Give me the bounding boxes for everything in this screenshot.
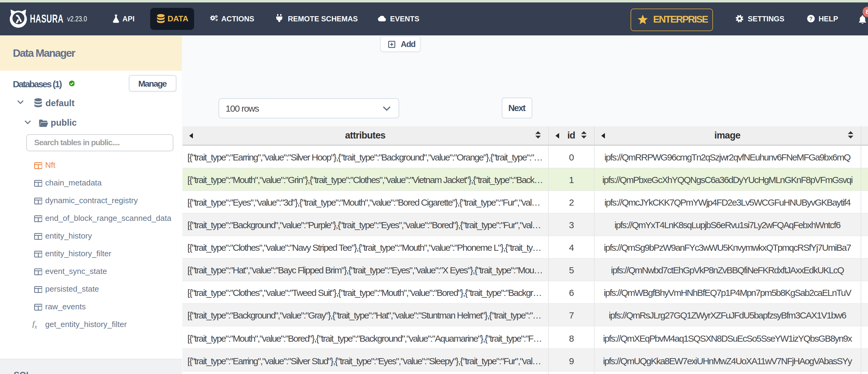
svg-text:?: ? xyxy=(809,16,812,22)
